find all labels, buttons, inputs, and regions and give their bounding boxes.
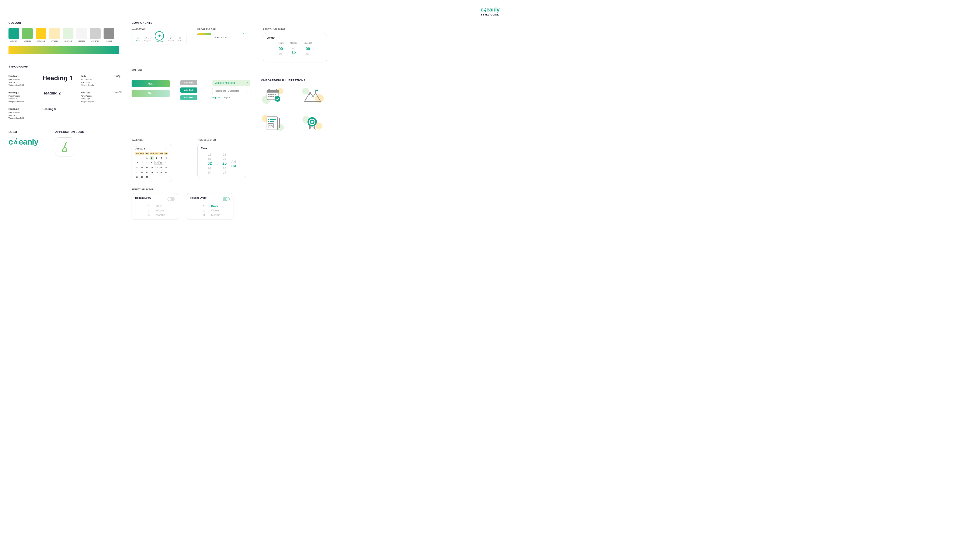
next-button-primary[interactable]: Next <box>132 80 170 87</box>
cal-day[interactable]: 2 <box>150 156 154 160</box>
onboarding-heading: ONBOARDING ILLUSTRATIONS <box>261 79 327 82</box>
sign-in-link-disabled[interactable]: Sign In <box>223 96 231 99</box>
svg-point-14 <box>275 96 280 102</box>
cal-day[interactable]: 12 <box>164 161 168 165</box>
svg-point-20 <box>277 124 284 131</box>
chevron-right-icon: › <box>247 90 248 92</box>
cal-prev-icon[interactable]: ‹ <box>165 147 165 150</box>
add-task-light[interactable]: Add Task <box>180 95 197 100</box>
cal-day[interactable]: 28 <box>135 175 140 179</box>
svg-rect-6 <box>268 94 269 95</box>
cal-day[interactable]: 29 <box>140 175 145 179</box>
add-task-button[interactable]: Add Task <box>180 88 197 93</box>
full-logo: ceanly <box>8 137 38 146</box>
app-icon <box>55 137 74 156</box>
type-meta: Heading 1Font: PoppinsSize: 36 ptWeight:… <box>8 75 36 87</box>
nav-tasks[interactable]: ⌂Tasks <box>136 36 140 42</box>
svg-rect-18 <box>315 89 318 91</box>
cal-day[interactable] <box>140 156 145 160</box>
type-meta: Icon TitleFont: PoppinsSize: 12 ptWeight… <box>81 91 108 103</box>
svg-rect-27 <box>279 118 280 127</box>
cal-day[interactable]: 30 <box>145 175 149 179</box>
next-button-secondary[interactable]: Next <box>132 90 170 97</box>
cal-day[interactable]: 26 <box>159 171 164 174</box>
calendar-heading: CALENDAR <box>132 139 187 141</box>
repeat-toggle-on[interactable] <box>223 197 230 201</box>
cal-day[interactable]: 7 <box>140 161 145 165</box>
cal-day[interactable]: 10 <box>154 161 159 165</box>
cal-day[interactable]: 3 <box>154 156 159 160</box>
cal-day[interactable]: 14 <box>135 166 140 169</box>
cal-day[interactable]: 4 <box>159 156 164 160</box>
type-sample: Heading 2 <box>43 91 74 96</box>
nav-card: ⌂Tasks ✓✓Progress +New Task ♛Reward ☺Pro… <box>132 33 187 45</box>
chip-selected[interactable]: Complete / Selected✓ <box>212 80 250 86</box>
nav-new-task[interactable]: +New Task <box>155 35 164 43</box>
nav-profile[interactable]: ☺Profile <box>178 36 183 42</box>
cal-day[interactable]: 6 <box>135 161 140 165</box>
svg-rect-10 <box>268 96 269 97</box>
sign-in-link[interactable]: Sign In <box>212 96 220 99</box>
svg-rect-3 <box>267 90 279 92</box>
time-title: Time <box>201 147 243 150</box>
cal-day[interactable]: 22 <box>140 171 145 174</box>
repeat-card-on: Repeat Every 1Days 2Weeks 3Months <box>187 193 234 220</box>
svg-point-15 <box>302 88 309 94</box>
cal-day[interactable]: 25 <box>154 171 159 174</box>
plus-icon: + <box>155 31 164 41</box>
cal-day[interactable]: 24 <box>150 171 154 174</box>
svg-rect-9 <box>275 94 276 95</box>
calendar-card: January ‹› SUNMONTUEWEDTHUFRISAT12345678… <box>132 144 172 182</box>
cal-day[interactable]: 11 <box>159 161 164 165</box>
gradient-bar <box>8 46 119 54</box>
cal-day[interactable]: 18 <box>154 166 159 169</box>
svg-rect-13 <box>275 96 276 97</box>
cal-day[interactable]: 21 <box>135 171 140 174</box>
progress-heading: PROGRESS BAR <box>197 28 253 30</box>
cal-day[interactable]: 20 <box>164 166 168 169</box>
cal-day[interactable]: 5 <box>164 156 168 160</box>
colour-heading: COLOUR <box>8 21 119 24</box>
cal-day[interactable]: 16 <box>145 166 149 169</box>
cal-day[interactable]: 8 <box>145 161 149 165</box>
cal-day[interactable]: 27 <box>164 171 168 174</box>
cal-next-icon[interactable]: › <box>167 147 168 150</box>
cal-day[interactable] <box>154 175 159 179</box>
cal-day[interactable]: 9 <box>150 161 154 165</box>
cal-dow: TUE <box>145 152 149 155</box>
type-sample: Heading 1 <box>43 75 74 82</box>
add-task-disabled[interactable]: Add Task <box>180 80 197 85</box>
typography-heading: TYPOGRAPHY <box>8 65 119 68</box>
app-logo-heading: APPLICATION LOGO <box>55 131 84 134</box>
length-wheel[interactable]: Hours 00 01 Minutes 14 15 16 Seconds 00 … <box>267 42 323 59</box>
nav-progress[interactable]: ✓✓Progress <box>144 36 151 42</box>
buttons-heading: BUTTONS <box>132 69 327 71</box>
repeat-toggle-off[interactable] <box>167 197 175 201</box>
cal-day[interactable]: 17 <box>150 166 154 169</box>
repeat-card-off: Repeat Every 1Days 2Weeks 3Months <box>132 193 178 220</box>
cal-day[interactable]: 23 <box>145 171 149 174</box>
calendar-illustration <box>261 86 284 105</box>
length-card: Length Hours 00 01 Minutes 14 15 16 Seco… <box>263 33 327 62</box>
cal-day[interactable]: 15 <box>140 166 145 169</box>
cal-day[interactable]: 19 <box>159 166 164 169</box>
cal-day[interactable] <box>159 175 164 179</box>
cal-day[interactable] <box>150 175 154 179</box>
svg-rect-23 <box>270 119 276 120</box>
cal-day[interactable]: 1 <box>145 156 149 160</box>
chip-unselected[interactable]: Incomplete / Unselected› <box>212 88 250 94</box>
progress-label: 30 XP / 100 XP <box>197 37 244 39</box>
nav-reward[interactable]: ♛Reward <box>168 36 174 42</box>
time-card: Time 12 01 02 03 04 : 23 24 25 26 <box>197 144 246 178</box>
svg-rect-25 <box>270 121 274 122</box>
cal-day[interactable] <box>135 156 140 160</box>
type-sample: Heading 3 <box>43 107 74 111</box>
type-meta: Heading 2Font: PoppinsSize: 21 ptWeight:… <box>8 91 36 103</box>
navigation-heading: NAVIGATION <box>132 28 187 30</box>
check-icon: ✓ <box>246 82 248 84</box>
cal-dow: SAT <box>164 152 168 155</box>
components-heading: COMPONENTS <box>132 21 972 24</box>
svg-rect-8 <box>272 94 274 95</box>
time-wheel[interactable]: 12 01 02 03 04 : 23 24 25 26 27 <box>201 153 243 175</box>
cal-day[interactable] <box>164 175 168 179</box>
